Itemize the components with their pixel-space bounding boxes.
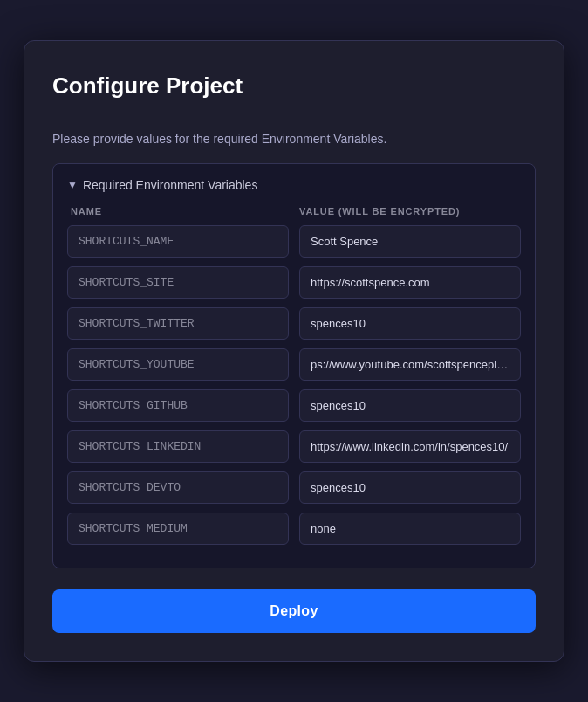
- env-name-field: SHORTCUTS_TWITTER: [67, 307, 289, 340]
- env-variables-section: ▼ Required Environment Variables NAME VA…: [52, 163, 536, 568]
- value-column-label: VALUE (WILL BE ENCRYPTED): [299, 206, 517, 217]
- env-name-field: SHORTCUTS_NAME: [67, 225, 289, 258]
- table-row: SHORTCUTS_LINKEDINhttps://www.linkedin.c…: [67, 430, 521, 463]
- env-name-field: SHORTCUTS_LINKEDIN: [67, 430, 289, 463]
- name-column-label: NAME: [71, 206, 289, 217]
- table-row: SHORTCUTS_TWITTERspences10: [67, 307, 521, 340]
- modal-description: Please provide values for the required E…: [52, 132, 536, 146]
- columns-header: NAME VALUE (WILL BE ENCRYPTED): [67, 206, 521, 217]
- env-name-field: SHORTCUTS_YOUTUBE: [67, 348, 289, 381]
- env-value-field[interactable]: spences10: [299, 307, 521, 340]
- table-row: SHORTCUTS_MEDIUMnone: [67, 513, 521, 545]
- table-row: SHORTCUTS_SITEhttps://scottspence.com: [67, 266, 521, 299]
- env-value-field[interactable]: ps://www.youtube.com/scottspenceplease: [299, 348, 521, 381]
- env-name-field: SHORTCUTS_GITHUB: [67, 389, 289, 422]
- table-row: SHORTCUTS_NAMEScott Spence: [67, 225, 521, 258]
- deploy-button[interactable]: Deploy: [52, 589, 536, 633]
- env-value-field[interactable]: Scott Spence: [299, 225, 521, 258]
- env-rows-container: SHORTCUTS_NAMEScott SpenceSHORTCUTS_SITE…: [67, 225, 521, 545]
- section-header: ▼ Required Environment Variables: [67, 178, 521, 192]
- env-value-field[interactable]: spences10: [299, 471, 521, 504]
- section-header-label: Required Environment Variables: [83, 178, 258, 192]
- table-row: SHORTCUTS_YOUTUBEps://www.youtube.com/sc…: [67, 348, 521, 381]
- modal-title: Configure Project: [52, 72, 536, 100]
- table-row: SHORTCUTS_GITHUBspences10: [67, 389, 521, 422]
- configure-project-modal: Configure Project Please provide values …: [24, 40, 564, 662]
- env-name-field: SHORTCUTS_SITE: [67, 266, 289, 299]
- title-divider: [52, 114, 536, 114]
- env-name-field: SHORTCUTS_MEDIUM: [67, 513, 289, 545]
- env-value-field[interactable]: spences10: [299, 389, 521, 422]
- env-value-field[interactable]: https://www.linkedin.com/in/spences10/: [299, 430, 521, 463]
- env-value-field[interactable]: none: [299, 513, 521, 545]
- collapse-arrow-icon: ▼: [67, 179, 78, 191]
- env-value-field[interactable]: https://scottspence.com: [299, 266, 521, 299]
- env-name-field: SHORTCUTS_DEVTO: [67, 471, 289, 504]
- table-row: SHORTCUTS_DEVTOspences10: [67, 471, 521, 504]
